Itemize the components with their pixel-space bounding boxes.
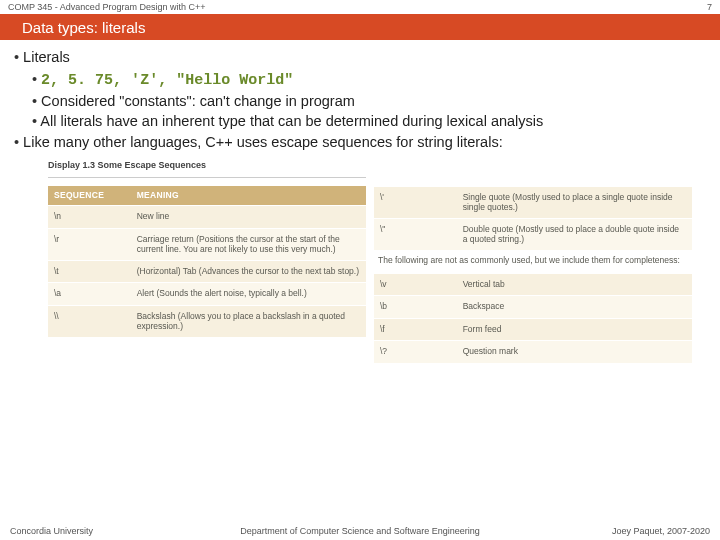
footer-left: Concordia University — [10, 526, 93, 536]
cell-meaning: (Horizontal) Tab (Advances the cursor to… — [131, 261, 366, 282]
course-code: COMP 345 - Advanced Program Design with … — [8, 0, 205, 14]
bullet-escape-text: Like many other languages, C++ uses esca… — [23, 134, 503, 150]
bullet-code: 2, 5. 75, 'Z', "Hello World" — [32, 70, 702, 91]
table-row: \bBackspace — [374, 295, 692, 317]
escape-table-left: Display 1.3 Some Escape Sequences SEQUEN… — [48, 159, 366, 363]
bullet-escape: Like many other languages, C++ uses esca… — [14, 133, 702, 153]
table-row: \vVertical tab — [374, 273, 692, 295]
bullet-literals-text: Literals — [23, 49, 70, 65]
cell-meaning: Backslash (Allows you to place a backsla… — [131, 306, 366, 337]
header-bar: COMP 345 - Advanced Program Design with … — [0, 0, 720, 14]
cell-sequence: \n — [48, 206, 131, 227]
cell-sequence: \r — [48, 229, 131, 260]
cell-sequence: \' — [374, 187, 457, 218]
slide-title: Data types: literals — [0, 14, 720, 40]
cell-sequence: \" — [374, 219, 457, 250]
escape-tables: Display 1.3 Some Escape Sequences SEQUEN… — [48, 159, 692, 363]
divider — [48, 177, 366, 178]
cell-sequence: \? — [374, 341, 457, 362]
cell-meaning: Backspace — [457, 296, 692, 317]
cell-meaning: Form feed — [457, 319, 692, 340]
bullet-inherent-type-text: All literals have an inherent type that … — [40, 113, 543, 129]
table-note: The following are not as commonly used, … — [374, 250, 692, 273]
bullet-inherent-type: All literals have an inherent type that … — [32, 112, 702, 132]
cell-sequence: \t — [48, 261, 131, 282]
page-number: 7 — [707, 0, 712, 14]
table-row: \\Backslash (Allows you to place a backs… — [48, 305, 366, 337]
footer: Concordia University Department of Compu… — [0, 526, 720, 536]
table-row: \?Question mark — [374, 340, 692, 362]
footer-right: Joey Paquet, 2007-2020 — [612, 526, 710, 536]
cell-meaning: New line — [131, 206, 366, 227]
table-header: SEQUENCE MEANING — [48, 186, 366, 205]
table-row: \rCarriage return (Positions the cursor … — [48, 228, 366, 260]
slide-content: Literals 2, 5. 75, 'Z', "Hello World" Co… — [0, 40, 720, 363]
table-row: \t(Horizontal) Tab (Advances the cursor … — [48, 260, 366, 282]
bullet-literals: Literals — [14, 48, 702, 68]
cell-meaning: Question mark — [457, 341, 692, 362]
table-row: \"Double quote (Mostly used to place a d… — [374, 218, 692, 250]
cell-sequence: \a — [48, 283, 131, 304]
table-row: \nNew line — [48, 205, 366, 227]
cell-sequence: \\ — [48, 306, 131, 337]
cell-meaning: Alert (Sounds the alert noise, typically… — [131, 283, 366, 304]
table-caption: Display 1.3 Some Escape Sequences — [48, 159, 366, 171]
table-row: \'Single quote (Mostly used to place a s… — [374, 186, 692, 218]
cell-sequence: \b — [374, 296, 457, 317]
cell-sequence: \v — [374, 274, 457, 295]
col-meaning: MEANING — [131, 186, 366, 205]
bullet-constants: Considered "constants": can't change in … — [32, 92, 702, 112]
cell-meaning: Single quote (Mostly used to place a sin… — [457, 187, 692, 218]
cell-meaning: Vertical tab — [457, 274, 692, 295]
footer-mid: Department of Computer Science and Softw… — [240, 526, 480, 536]
code-sample: 2, 5. 75, 'Z', "Hello World" — [41, 72, 293, 89]
cell-sequence: \f — [374, 319, 457, 340]
cell-meaning: Carriage return (Positions the cursor at… — [131, 229, 366, 260]
table-row: \aAlert (Sounds the alert noise, typical… — [48, 282, 366, 304]
col-sequence: SEQUENCE — [48, 186, 131, 205]
slide-title-text: Data types: literals — [22, 19, 145, 36]
escape-table-right: \'Single quote (Mostly used to place a s… — [374, 159, 692, 363]
bullet-constants-text: Considered "constants": can't change in … — [41, 93, 355, 109]
table-row: \fForm feed — [374, 318, 692, 340]
cell-meaning: Double quote (Mostly used to place a dou… — [457, 219, 692, 250]
